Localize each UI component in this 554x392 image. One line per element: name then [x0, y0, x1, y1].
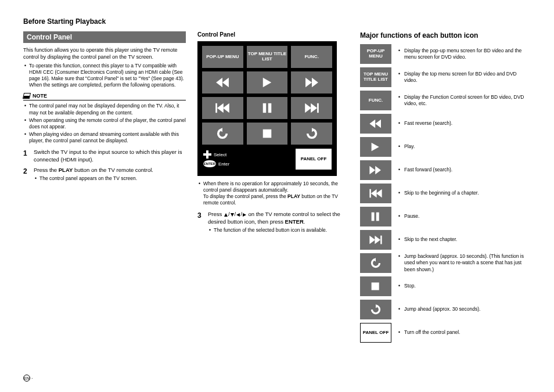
page-section-title: Before Starting Playback: [23, 17, 531, 26]
function-row: PANEL OFFTurn off the control panel.: [360, 323, 531, 343]
panel-note: When there is no operation for approxima…: [197, 181, 348, 206]
function-row: Play.: [360, 137, 531, 157]
function-label-cell: POP-UP MENU: [360, 44, 391, 64]
jumpf-icon: [360, 300, 391, 319]
note-item: When playing video on demand streaming c…: [23, 131, 186, 144]
panel-popup-menu: POP-UP MENU: [202, 46, 243, 68]
pause-icon: [247, 97, 288, 119]
function-description: Pause.: [398, 213, 531, 220]
arrow-down-icon: [230, 213, 235, 217]
operate-bullet: To operate this function, connect this p…: [23, 63, 186, 88]
heading-control-panel: Control Panel: [23, 31, 186, 43]
panel-hints: Select ENTEREnter: [202, 148, 292, 171]
major-functions-title: Major functions of each button icon: [360, 31, 531, 39]
play-icon: [247, 71, 288, 93]
function-row: POP-UP MENUDisplay the pop-up menu scree…: [360, 44, 531, 64]
function-label-cell: FUNC.: [360, 91, 391, 110]
function-row: Stop.: [360, 276, 531, 296]
step-2-sub: The control panel appears on the TV scre…: [34, 175, 186, 182]
note-list: The control panel may not be displayed d…: [23, 103, 186, 143]
subheading-control-panel: Control Panel: [197, 31, 348, 38]
function-label-cell: PANEL OFF: [360, 323, 391, 343]
intro-text: This function allows you to operate this…: [23, 46, 186, 60]
page-footer-lang: EN·: [23, 375, 33, 382]
step-2: Press the PLAY button on the TV remote c…: [23, 167, 186, 182]
ffwd-icon: [360, 160, 391, 180]
step-3-sub: The function of the selected button icon…: [208, 227, 348, 233]
function-row: Jump backward (approx. 10 seconds). (Thi…: [360, 253, 531, 273]
function-row: FUNC.Display the Function Control screen…: [360, 91, 531, 110]
function-row: Fast reverse (search).: [360, 114, 531, 134]
enter-icon: ENTER: [203, 160, 216, 167]
function-description: Stop.: [398, 283, 531, 289]
note-label: NOTE: [23, 93, 186, 99]
jump-back-icon: [202, 123, 243, 145]
function-description: Jump backward (approx. 10 seconds). (Thi…: [398, 253, 531, 272]
function-row: Jump ahead (approx. 30 seconds).: [360, 300, 531, 319]
frev-icon: [360, 114, 391, 134]
fast-reverse-icon: [202, 71, 243, 93]
function-description: Fast forward (search).: [398, 167, 531, 173]
jumpb-icon: [360, 253, 391, 273]
function-description: Display the pop-up menu screen for BD vi…: [398, 48, 531, 60]
stop-icon: [247, 123, 288, 145]
function-row: Skip to the next chapter.: [360, 230, 531, 250]
function-description: Jump ahead (approx. 30 seconds).: [398, 306, 531, 312]
jump-forward-icon: [291, 123, 332, 145]
arrow-right-icon: [242, 213, 247, 217]
skipb-icon: [360, 184, 391, 203]
function-description: Skip to the next chapter.: [398, 236, 531, 243]
stop-icon: [360, 276, 391, 296]
function-description: Display the Function Control screen for …: [398, 94, 531, 107]
function-description: Display the top menu screen for BD video…: [398, 71, 531, 84]
arrow-left-icon: [236, 213, 240, 217]
note-item: When operating using the remote control …: [23, 117, 186, 130]
function-row: TOP MENU TITLE LISTDisplay the top menu …: [360, 67, 531, 87]
panel-top-menu: TOP MENU TITLE LIST: [247, 46, 288, 68]
note-rule: [23, 100, 186, 100]
step-1: Switch the TV input to the input source …: [23, 149, 186, 164]
arrow-up-icon: [224, 213, 228, 217]
pause-icon: [360, 207, 391, 226]
function-description: Skip to the beginning of a chapter.: [398, 190, 531, 196]
function-description: Turn off the control panel.: [398, 329, 531, 336]
play-icon: [360, 137, 391, 157]
skipf-icon: [360, 230, 391, 250]
note-item: The control panel may not be displayed d…: [23, 103, 186, 116]
step-3: Press /// on the TV remote control to se…: [197, 211, 348, 233]
function-row: Fast forward (search).: [360, 160, 531, 180]
panel-func: FUNC.: [291, 46, 332, 68]
skip-forward-icon: [291, 97, 332, 119]
control-panel-graphic: POP-UP MENU TOP MENU TITLE LIST FUNC. Se…: [197, 41, 337, 176]
function-label-cell: TOP MENU TITLE LIST: [360, 67, 391, 87]
function-row: Pause.: [360, 207, 531, 226]
dpad-icon: [203, 150, 211, 159]
skip-back-icon: [202, 97, 243, 119]
fast-forward-icon: [291, 71, 332, 93]
function-description: Fast reverse (search).: [398, 120, 531, 127]
function-description: Play.: [398, 143, 531, 150]
function-row: Skip to the beginning of a chapter.: [360, 184, 531, 203]
panel-off: PANEL OFF: [295, 148, 332, 170]
